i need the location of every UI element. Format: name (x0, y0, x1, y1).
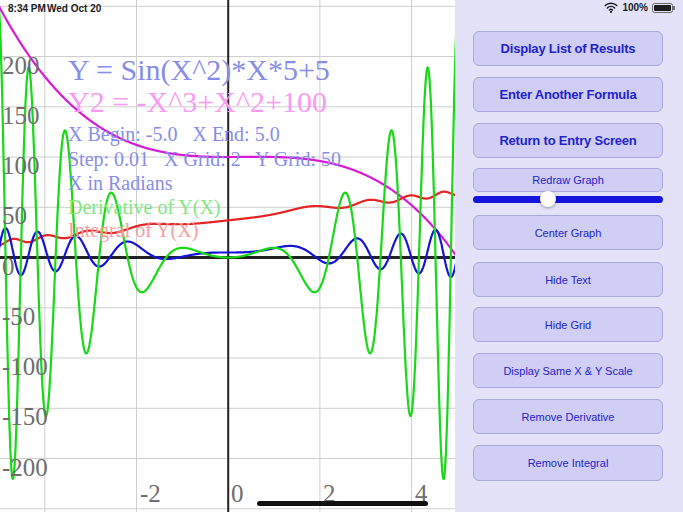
remove-derivative-button[interactable]: Remove Derivative (473, 399, 663, 434)
hide-text-button[interactable]: Hide Text (473, 262, 663, 297)
step-grid-text: Step: 0.01 X Grid: 2 Y Grid: 50 (68, 148, 341, 171)
slider-thumb[interactable] (540, 191, 556, 207)
battery-icon (652, 3, 673, 13)
display-list-of-results-button[interactable]: Display List of Results (473, 31, 663, 66)
formula-y-text: Y = Sin(X^2)*X*5+5 (68, 53, 330, 87)
graph-area[interactable]: Y = Sin(X^2)*X*5+5 Y2 = -X^3+X^2+100 X B… (0, 0, 455, 512)
integral-legend-text: Integral of Y(X) (68, 219, 198, 242)
remove-integral-button[interactable]: Remove Integral (473, 445, 663, 481)
redraw-graph-button[interactable]: Redraw Graph (473, 168, 663, 192)
home-indicator[interactable] (257, 501, 428, 506)
y-axis-label: -50 (2, 304, 35, 330)
enter-another-formula-button[interactable]: Enter Another Formula (473, 77, 663, 112)
center-graph-button[interactable]: Center Graph (473, 215, 663, 250)
x-range-text: X Begin: -5.0 X End: 5.0 (68, 123, 280, 146)
x-axis-label: -2 (140, 481, 161, 507)
redraw-speed-slider[interactable] (473, 191, 663, 207)
status-bar: 8:34 PM Wed Oct 20 100% (0, 0, 683, 16)
y-axis-label: 200 (2, 53, 40, 79)
slider-track[interactable] (473, 196, 663, 203)
radians-mode-text: X in Radians (68, 172, 172, 195)
y-axis-label: -150 (2, 404, 48, 430)
hide-grid-button[interactable]: Hide Grid (473, 307, 663, 342)
clock-text: 8:34 PM (8, 3, 46, 14)
date-text: Wed Oct 20 (47, 3, 101, 14)
y-axis-label: -100 (2, 354, 48, 380)
formula-y2-text: Y2 = -X^3+X^2+100 (68, 85, 327, 119)
return-to-entry-screen-button[interactable]: Return to Entry Screen (473, 123, 663, 158)
wifi-icon (604, 2, 618, 13)
display-same-scale-button[interactable]: Display Same X & Y Scale (473, 353, 663, 388)
y-axis-label: 0 (2, 254, 15, 280)
battery-percent-text: 100% (622, 2, 648, 13)
y-axis-label: 100 (2, 153, 40, 179)
app-screen: Y = Sin(X^2)*X*5+5 Y2 = -X^3+X^2+100 X B… (0, 0, 683, 512)
y-axis-label: 150 (2, 103, 40, 129)
y-axis-label: -200 (2, 455, 48, 481)
y-axis-label: 50 (2, 203, 27, 229)
derivative-legend-text: Derivative of Y(X) (68, 196, 221, 219)
control-panel: Display List of Results Enter Another Fo… (455, 0, 683, 512)
x-axis-label: 0 (231, 481, 244, 507)
